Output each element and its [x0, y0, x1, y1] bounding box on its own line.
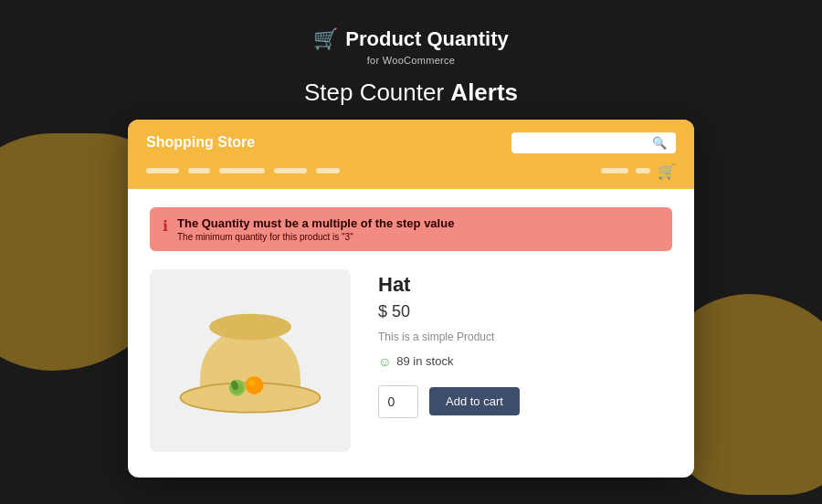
store-card: Shopping Store 🔍 🛒 [128, 120, 694, 478]
svg-point-6 [248, 379, 255, 385]
product-name: Hat [378, 273, 672, 297]
svg-point-1 [209, 313, 291, 340]
alert-text-block: The Quantity must be a multiple of the s… [177, 216, 454, 242]
alert-icon: ℹ [163, 217, 168, 235]
store-header: Shopping Store 🔍 🛒 [128, 120, 694, 189]
add-to-cart-button[interactable]: Add to cart [429, 387, 520, 415]
brand-sub: for WooCommerce [367, 55, 456, 66]
cart-brand-icon: 🛒 [313, 27, 338, 51]
product-image [150, 269, 351, 452]
nav-item-3[interactable] [219, 168, 265, 173]
nav-items [146, 168, 340, 173]
branding-block: 🛒 Product Quantity for WooCommerce [313, 27, 508, 66]
nav-item-5[interactable] [316, 168, 340, 173]
brand-title-row: 🛒 Product Quantity [313, 27, 508, 51]
page-title-prefix: Step Counter [304, 79, 450, 106]
in-stock-text: 89 in stock [396, 354, 453, 368]
alert-sub-text: The minimum quantity for this product is… [177, 232, 454, 242]
brand-name: Product Quantity [345, 27, 508, 51]
search-icon: 🔍 [652, 136, 667, 150]
page-title: Step Counter Alerts [304, 79, 518, 107]
product-description: This is a simple Product [378, 331, 672, 343]
nav-icon-1 [601, 168, 628, 173]
product-price: $ 50 [378, 302, 672, 321]
nav-item-2[interactable] [188, 168, 210, 173]
svg-point-5 [246, 376, 264, 394]
product-info: Hat $ 50 This is a simple Product ☺ 89 i… [378, 269, 672, 418]
in-stock-row: ☺ 89 in stock [378, 354, 672, 369]
store-name: Shopping Store [146, 134, 255, 151]
store-header-top: Shopping Store 🔍 [146, 132, 676, 153]
search-bar[interactable]: 🔍 [511, 132, 676, 153]
nav-icons: 🛒 [601, 163, 676, 180]
store-body: ℹ The Quantity must be a multiple of the… [128, 189, 694, 478]
store-nav: 🛒 [146, 163, 676, 189]
cart-row: Add to cart [378, 385, 672, 418]
in-stock-icon: ☺ [378, 354, 391, 369]
page-title-bold: Alerts [450, 79, 518, 106]
product-area: Hat $ 50 This is a simple Product ☺ 89 i… [150, 269, 672, 452]
nav-item-4[interactable] [274, 168, 307, 173]
page-wrapper: 🛒 Product Quantity for WooCommerce Step … [128, 27, 694, 478]
hat-svg [168, 288, 332, 434]
search-input[interactable] [519, 137, 647, 148]
alert-main-text: The Quantity must be a multiple of the s… [177, 216, 454, 230]
alert-banner: ℹ The Quantity must be a multiple of the… [150, 207, 672, 251]
nav-item-1[interactable] [146, 168, 179, 173]
nav-icon-2 [636, 168, 650, 173]
quantity-input[interactable] [378, 385, 418, 418]
cart-nav-icon[interactable]: 🛒 [658, 163, 676, 180]
